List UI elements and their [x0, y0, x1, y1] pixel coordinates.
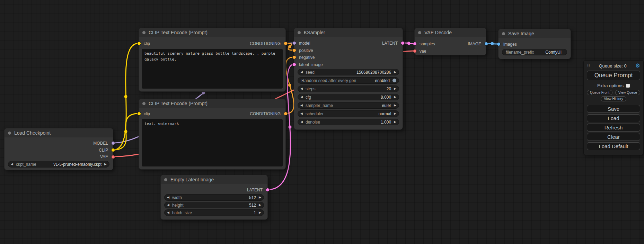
- node-title-bar[interactable]: CLIP Text Encode (Prompt): [139, 28, 285, 37]
- increment-arrow-icon[interactable]: ▶: [394, 71, 396, 74]
- collapse-dot-icon[interactable]: [502, 32, 505, 35]
- prompt-textarea[interactable]: beautiful scenery nature glass bottle la…: [142, 49, 283, 89]
- input-dot-vae[interactable]: [413, 49, 417, 53]
- widget-filename-prefix[interactable]: filename_prefix ComfyUI: [502, 49, 567, 55]
- decrement-arrow-icon[interactable]: ◀: [300, 112, 303, 115]
- widget-label: denoise: [306, 120, 320, 125]
- input-dot-latent-image[interactable]: [292, 63, 296, 66]
- increment-arrow-icon[interactable]: ▶: [259, 204, 261, 207]
- widget-value: 512: [249, 195, 256, 200]
- decrement-arrow-icon[interactable]: ◀: [300, 71, 303, 74]
- view-queue-button[interactable]: View Queue: [615, 90, 640, 95]
- increment-arrow-icon[interactable]: ▶: [259, 211, 261, 214]
- input-dot-samples[interactable]: [413, 42, 417, 46]
- widget-ckpt-name[interactable]: ◀ ckpt_name v1-5-pruned-emaonly.ckpt ▶: [8, 161, 109, 168]
- decrement-arrow-icon[interactable]: ◀: [300, 87, 303, 90]
- widget-label: steps: [306, 87, 316, 91]
- output-dot-model[interactable]: [111, 141, 115, 145]
- wire-clip-negative[interactable]: [113, 114, 139, 150]
- output-dot-vae[interactable]: [111, 155, 115, 159]
- input-dot-images[interactable]: [497, 42, 501, 46]
- decrement-arrow-icon[interactable]: ◀: [167, 211, 169, 214]
- widget-sampler-name[interactable]: ◀ sampler_name euler ▶: [298, 102, 399, 109]
- widget-batch-size[interactable]: ◀ batch_size 1 ▶: [164, 209, 264, 216]
- input-dot-model[interactable]: [292, 41, 296, 45]
- node-title-bar[interactable]: CLIP Text Encode (Prompt): [139, 99, 285, 108]
- clear-button[interactable]: Clear: [587, 133, 640, 141]
- output-dot-image[interactable]: [484, 42, 488, 46]
- save-button[interactable]: Save: [587, 105, 640, 113]
- widget-cfg[interactable]: ◀ cfg 8.000 ▶: [298, 94, 399, 100]
- increment-arrow-icon[interactable]: ▶: [394, 87, 396, 90]
- increment-arrow-icon[interactable]: ▶: [394, 104, 396, 107]
- increment-arrow-icon[interactable]: ▶: [394, 96, 396, 99]
- widget-width[interactable]: ◀ width 512 ▶: [164, 194, 264, 201]
- prompt-textarea[interactable]: text, watermark: [142, 119, 283, 166]
- input-dot-clip[interactable]: [137, 42, 141, 45]
- node-clip-text-encode-negative[interactable]: CLIP Text Encode (Prompt) clip CONDITION…: [139, 99, 286, 170]
- input-dot-negative[interactable]: [292, 55, 296, 59]
- node-vae-decode[interactable]: VAE Decode samples vae IMAGE: [414, 28, 486, 55]
- output-dot-conditioning[interactable]: [284, 42, 288, 45]
- output-dot-clip[interactable]: [111, 148, 115, 152]
- collapse-dot-icon[interactable]: [418, 31, 421, 34]
- node-title-bar[interactable]: Save Image: [499, 29, 571, 38]
- decrement-arrow-icon[interactable]: ◀: [167, 196, 169, 199]
- decrement-arrow-icon[interactable]: ◀: [300, 120, 303, 124]
- input-dot-positive[interactable]: [292, 48, 296, 52]
- output-dot-latent[interactable]: [401, 41, 405, 45]
- collapse-dot-icon[interactable]: [164, 178, 167, 181]
- widget-random-seed-toggle[interactable]: Random seed after every gen enabled: [298, 77, 399, 84]
- increment-arrow-icon[interactable]: ▶: [394, 120, 396, 124]
- node-title-bar[interactable]: Empty Latent Image: [161, 175, 267, 184]
- toggle-knob-icon[interactable]: [392, 79, 396, 82]
- widget-height[interactable]: ◀ height 512 ▶: [164, 202, 264, 208]
- input-label-model: model: [299, 40, 310, 46]
- view-history-button[interactable]: View History: [601, 96, 626, 101]
- increment-arrow-icon[interactable]: ▶: [104, 163, 107, 166]
- decrement-arrow-icon[interactable]: ◀: [167, 204, 169, 207]
- widget-label: ckpt_name: [16, 162, 36, 167]
- widget-denoise[interactable]: ◀ denoise 1.000 ▶: [298, 119, 399, 125]
- wire-clip-positive[interactable]: [113, 43, 139, 150]
- node-empty-latent-image[interactable]: Empty Latent Image LATENT ◀ width 512 ▶ …: [160, 175, 268, 220]
- node-clip-text-encode-positive[interactable]: CLIP Text Encode (Prompt) clip CONDITION…: [139, 28, 286, 92]
- collapse-dot-icon[interactable]: [8, 132, 11, 135]
- node-title-bar[interactable]: KSampler: [294, 28, 403, 37]
- drag-handle-icon[interactable]: ⠿: [587, 63, 590, 69]
- settings-gear-icon[interactable]: ⚙: [635, 63, 640, 69]
- output-dot-conditioning[interactable]: [284, 112, 288, 116]
- decrement-arrow-icon[interactable]: ◀: [300, 96, 303, 99]
- widget-value: 512: [249, 203, 256, 208]
- input-dot-clip[interactable]: [137, 112, 141, 116]
- node-load-checkpoint[interactable]: Load Checkpoint MODEL CLIP VAE ◀ ckpt_na…: [4, 128, 113, 170]
- decrement-arrow-icon[interactable]: ◀: [11, 163, 13, 166]
- node-title-bar[interactable]: Load Checkpoint: [5, 128, 113, 137]
- queue-front-button[interactable]: Queue Front: [587, 90, 612, 95]
- queue-prompt-button[interactable]: Queue Prompt: [587, 71, 640, 80]
- refresh-button[interactable]: Refresh: [587, 124, 640, 132]
- widget-label: Random seed after every gen: [301, 78, 356, 83]
- output-dot-latent[interactable]: [266, 188, 270, 192]
- widget-value: 1: [254, 210, 256, 215]
- decrement-arrow-icon[interactable]: ◀: [300, 104, 303, 107]
- graph-canvas[interactable]: Load Checkpoint MODEL CLIP VAE ◀ ckpt_na…: [0, 0, 644, 244]
- load-button[interactable]: Load: [587, 114, 640, 122]
- increment-arrow-icon[interactable]: ▶: [394, 112, 396, 115]
- output-label-conditioning: CONDITIONING: [250, 111, 281, 117]
- load-default-button[interactable]: Load Default: [587, 142, 640, 150]
- widget-label: scheduler: [306, 111, 324, 116]
- widget-seed[interactable]: ◀ seed 156680208700286 ▶: [298, 69, 399, 75]
- increment-arrow-icon[interactable]: ▶: [259, 196, 261, 199]
- extra-options-row: Extra options: [587, 83, 640, 88]
- widget-steps[interactable]: ◀ steps 20 ▶: [298, 85, 399, 92]
- node-ksampler[interactable]: KSampler model positive negative latent_…: [294, 28, 403, 130]
- wire-image[interactable]: [486, 44, 498, 44]
- collapse-dot-icon[interactable]: [298, 31, 301, 34]
- collapse-dot-icon[interactable]: [142, 102, 145, 105]
- widget-scheduler[interactable]: ◀ scheduler normal ▶: [298, 110, 399, 117]
- extra-options-checkbox[interactable]: [626, 84, 630, 88]
- node-title-bar[interactable]: VAE Decode: [415, 28, 486, 37]
- collapse-dot-icon[interactable]: [142, 31, 145, 34]
- node-save-image[interactable]: Save Image images filename_prefix ComfyU…: [498, 29, 571, 59]
